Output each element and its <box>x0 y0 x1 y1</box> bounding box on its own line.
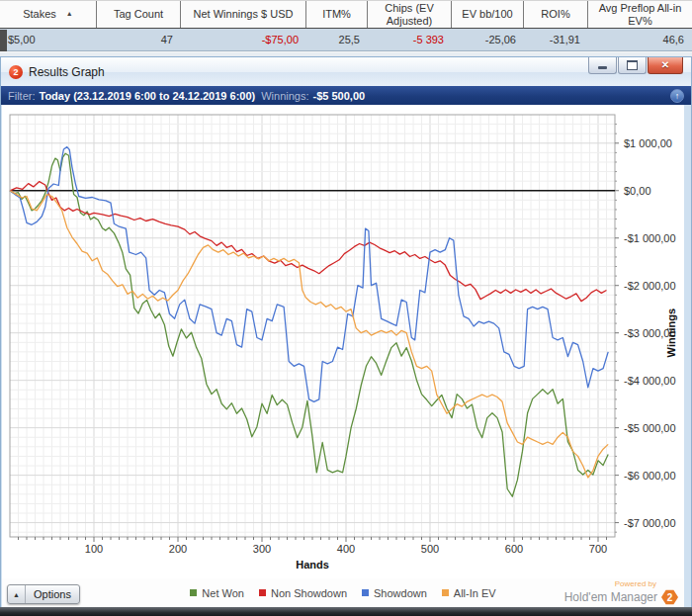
column-label: Chips (EV Adjusted) <box>371 2 448 27</box>
bottom-status-strip <box>0 607 692 616</box>
column-label: Net Winnings $ USD <box>194 8 294 21</box>
svg-text:-$1 000,00: -$1 000,00 <box>624 232 676 244</box>
cell-chips-ev: -5 393 <box>368 34 452 45</box>
minimize-icon <box>598 66 607 69</box>
cell-roi: -31,91 <box>524 34 588 45</box>
maximize-button[interactable] <box>618 57 647 74</box>
sort-ascending-icon: ▲ <box>66 10 73 18</box>
cell-ev-bb100: -25,06 <box>452 34 524 45</box>
column-header-chips-ev[interactable]: Chips (EV Adjusted) <box>368 1 452 28</box>
svg-text:-$6 000,00: -$6 000,00 <box>624 470 676 482</box>
chart-area: 100200300400500600700$1 000,00$0,00-$1 0… <box>2 105 684 578</box>
legend-label: All-In EV <box>454 587 496 599</box>
filter-value: Today (23.12.2019 6:00 to 24.12.2019 6:0… <box>40 90 256 102</box>
window-titlebar[interactable]: 2 Results Graph ✕ <box>1 57 691 86</box>
stats-table-header: Stakes▲Tag CountNet Winnings $ USDITM%Ch… <box>0 0 692 29</box>
column-label: Tag Count <box>114 8 163 21</box>
options-label: Options <box>26 585 79 603</box>
close-button[interactable]: ✕ <box>648 57 683 74</box>
svg-text:-$2 000,00: -$2 000,00 <box>624 280 676 292</box>
stats-table-row[interactable]: $5,0047-$75,0025,5-5 393-25,06-31,9146,6 <box>0 29 692 51</box>
brand-name: Hold'em Manager <box>564 591 657 604</box>
svg-text:600: 600 <box>505 543 523 555</box>
legend-item-non-showdown: Non Showdown <box>259 587 347 599</box>
column-header-tag-count[interactable]: Tag Count <box>97 1 181 28</box>
holdem-manager-logo: Powered by Hold'em Manager 2 <box>564 579 678 605</box>
winnings-label: Winnings: <box>261 90 308 102</box>
column-label: Stakes <box>23 8 56 21</box>
cell-tag-count: 47 <box>97 34 181 45</box>
svg-text:300: 300 <box>253 543 271 555</box>
column-header-stakes[interactable]: Stakes▲ <box>0 1 97 28</box>
hm2-badge-icon: 2 <box>661 589 678 605</box>
legend-swatch <box>362 589 369 596</box>
legend-swatch <box>259 589 266 596</box>
options-button[interactable]: ▲ Options <box>7 584 80 604</box>
legend-item-all-in-ev: All-In EV <box>442 587 496 599</box>
powered-by-text: Powered by <box>564 579 656 589</box>
stats-table: Stakes▲Tag CountNet Winnings $ USDITM%Ch… <box>0 0 692 52</box>
svg-text:$0,00: $0,00 <box>624 185 651 197</box>
legend-label: Net Won <box>202 587 244 599</box>
table-gutter <box>0 30 7 51</box>
hm2-app-icon: 2 <box>9 65 23 79</box>
svg-text:400: 400 <box>337 543 355 555</box>
column-label: ROI% <box>541 8 569 21</box>
svg-text:100: 100 <box>85 543 103 555</box>
results-graph-window: 2 Results Graph ✕ Filter: Today (23.12.2… <box>0 56 692 616</box>
svg-text:500: 500 <box>421 543 439 555</box>
svg-text:$1 000,00: $1 000,00 <box>624 137 672 149</box>
legend-item-net-won: Net Won <box>190 587 244 599</box>
filter-label: Filter: <box>8 90 36 102</box>
filter-bar[interactable]: Filter: Today (23.12.2019 6:00 to 24.12.… <box>1 86 691 105</box>
svg-text:-$5 000,00: -$5 000,00 <box>624 422 676 434</box>
svg-text:Hands: Hands <box>296 559 329 571</box>
svg-text:-$7 000,00: -$7 000,00 <box>624 517 676 529</box>
window-title: Results Graph <box>29 65 105 79</box>
column-header-itm[interactable]: ITM% <box>306 1 368 28</box>
svg-text:200: 200 <box>169 543 187 555</box>
svg-text:Winnings: Winnings <box>665 308 677 357</box>
column-header-ev-bb100[interactable]: EV bb/100 <box>452 1 524 28</box>
winnings-value: -$5 500,00 <box>313 90 366 102</box>
maximize-icon <box>627 60 638 70</box>
svg-text:-$4 000,00: -$4 000,00 <box>624 375 676 387</box>
results-chart: 100200300400500600700$1 000,00$0,00-$1 0… <box>2 105 684 578</box>
column-header-roi[interactable]: ROI% <box>524 1 588 28</box>
column-header-avg-preflop-allin-ev[interactable]: Avg Preflop All-in EV% <box>588 1 692 28</box>
column-label: Avg Preflop All-in EV% <box>591 2 689 27</box>
legend-label: Non Showdown <box>271 587 347 599</box>
collapse-arrow-icon[interactable]: ↑ <box>670 89 684 103</box>
legend-swatch <box>442 589 449 596</box>
column-label: EV bb/100 <box>462 8 512 21</box>
cell-stakes: $5,00 <box>0 34 97 45</box>
legend-item-showdown: Showdown <box>362 587 427 599</box>
column-header-net-winnings[interactable]: Net Winnings $ USD <box>181 1 306 28</box>
cell-itm: 25,5 <box>306 34 368 45</box>
minimize-button[interactable] <box>588 57 617 74</box>
legend-label: Showdown <box>374 587 427 599</box>
column-label: ITM% <box>322 8 351 21</box>
window-footer: ▲ Options Net WonNon ShowdownShowdownAll… <box>2 578 684 607</box>
legend-swatch <box>190 589 197 596</box>
cell-net-winnings: -$75,00 <box>181 34 306 45</box>
close-icon: ✕ <box>661 60 669 70</box>
options-arrow-icon: ▲ <box>8 585 26 603</box>
cell-avg-preflop-allin-ev: 46,6 <box>588 34 692 45</box>
svg-text:700: 700 <box>589 543 607 555</box>
